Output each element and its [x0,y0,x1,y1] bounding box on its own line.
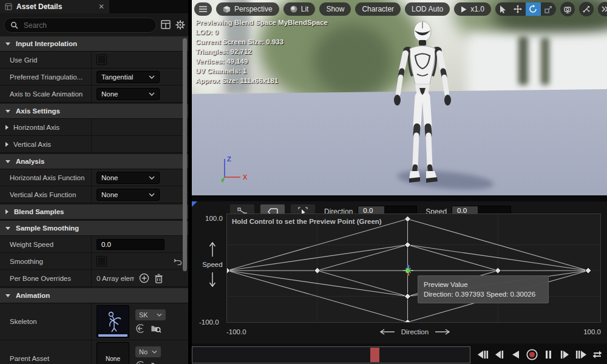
use-selected-asset-icon[interactable] [135,360,146,364]
tab-close-icon[interactable]: ✕ [98,2,104,11]
reset-to-default-icon[interactable] [173,257,182,265]
toolbar-overflow-button[interactable] [598,2,607,16]
blend-sample-node[interactable] [405,216,411,222]
step-backward-button[interactable] [492,348,506,361]
use-selected-asset-icon[interactable] [135,323,146,334]
chevron-down-icon [157,313,162,317]
expand-arrow-icon [5,160,10,163]
axis-scale-animation-dropdown[interactable]: None [97,88,160,100]
axis-gizmo: Z X Y [206,153,250,184]
arrow-left-icon [379,329,395,335]
row-horizontal-axis[interactable]: Horizontal Axis [0,119,188,136]
section-analysis[interactable]: Analysis [0,154,188,169]
go-to-end-button[interactable] [574,348,588,361]
search-box[interactable] [4,18,157,33]
section-axis-settings[interactable]: Axis Settings [0,104,188,119]
transport-controls [476,348,604,361]
stats-line: Previewing Blend Space MyBlendSpace [195,18,328,27]
rotate-icon [529,5,537,13]
blend-sample-node[interactable] [314,268,320,274]
step-forward-button[interactable] [558,348,571,361]
chevron-down-icon [152,350,157,354]
lod-auto-button[interactable]: LOD Auto [405,2,450,16]
record-button[interactable] [525,348,538,361]
add-element-icon[interactable] [139,273,149,283]
smoothing-checkbox[interactable] [97,256,107,266]
character-follow-button[interactable] [579,2,594,16]
browse-to-asset-icon[interactable] [151,323,161,334]
section-blend-samples[interactable]: Blend Samples [0,204,188,220]
preview-point[interactable] [404,265,413,276]
scale-icon [544,5,552,13]
tooltip-title: Preview Value [424,280,543,289]
expand-arrow-icon [5,227,10,230]
parent-asset-class-dropdown[interactable]: No [135,346,161,357]
camera-options-button[interactable] [560,2,575,16]
stats-line: Vertices: 49,149 [195,56,328,66]
y-axis-max-label: 100.0 [205,215,223,222]
y-axis-min-label: -100.0 [199,318,219,326]
double-chevron-right-icon [602,6,607,12]
parent-asset-thumbnail[interactable]: None [97,342,129,364]
blend-sample-node[interactable] [495,268,501,274]
use-grid-checkbox[interactable] [97,55,107,65]
rotate-tool-button[interactable] [526,2,541,16]
blend-sample-node[interactable] [405,242,411,248]
row-vertical-axis[interactable]: Vertical Axis [0,136,188,153]
viewport-menu-button[interactable] [194,2,212,16]
vertical-axis-function-dropdown[interactable]: None [97,189,160,201]
stats-line: LOD: 0 [195,27,328,37]
section-sample-smoothing[interactable]: Sample Smoothing [0,221,188,236]
timeline-track[interactable] [192,346,470,363]
tab-asset-details[interactable]: Asset Details ✕ [0,0,109,13]
blend-sample-node[interactable] [585,268,591,274]
settings-gear-icon[interactable] [175,20,185,30]
tooltip-values: Direction: 0.397393 Speed: 0.30026 [424,289,543,299]
blend-sample-node[interactable] [227,268,230,274]
browse-to-asset-icon[interactable] [151,360,161,364]
stats-line: Current Screen Size: 0.933 [195,37,328,47]
search-input[interactable] [22,21,134,30]
chevron-down-icon [149,75,155,79]
blend-sample-node[interactable] [405,319,411,322]
weight-speed-input[interactable]: 0.0 [97,239,164,250]
lit-mode-button[interactable]: Lit [283,2,316,16]
delete-trash-icon[interactable] [154,274,163,283]
preferred-triangulation-dropdown[interactable]: Tangential [97,71,160,83]
panel-scrollbar[interactable] [183,38,187,271]
scale-tool-button[interactable] [541,2,556,16]
panel-focus-corner [192,201,197,207]
skeleton-thumbnail[interactable] [97,305,129,338]
play-reverse-button[interactable] [509,348,522,361]
property-list: Input Interpolation Use Grid Preferred T… [0,36,188,364]
go-to-front-button[interactable] [476,348,489,361]
column-view-icon[interactable] [161,20,171,29]
move-tool-button[interactable] [510,2,526,16]
go-to-front-icon [477,350,489,359]
select-cursor-icon [500,5,506,13]
timeline-scrubber[interactable] [370,348,379,362]
section-animation[interactable]: Animation [0,288,188,303]
perspective-button[interactable]: Perspective [216,2,279,16]
select-tool-button[interactable] [495,2,510,16]
show-menu-button[interactable]: Show [319,2,351,16]
skeleton-class-dropdown[interactable]: SK [135,309,166,320]
blend-sample-node[interactable] [405,294,411,300]
playback-speed-button[interactable]: x1.0 [454,2,491,16]
preview-viewport[interactable]: Z X Y Perspective [192,0,607,195]
horizontal-axis-function-dropdown[interactable]: None [97,172,160,184]
section-input-interpolation[interactable]: Input Interpolation [0,36,188,52]
character-menu-button[interactable]: Character [355,2,401,16]
play-icon [461,6,467,13]
blendspace-grid[interactable]: Hold Control to set the Preview Point (G… [226,214,601,323]
step-forward-icon [560,350,569,359]
asset-color-strip [98,334,127,337]
loop-button[interactable] [591,348,604,361]
blendspace-editor-window: Asset Details ✕ [0,0,607,364]
expand-arrow-icon [5,110,10,113]
y-axis-title: Speed [202,261,222,268]
pause-button[interactable] [541,348,555,361]
asset-details-icon [5,3,12,10]
x-axis-labels: -100.0 Direction 100.0 [226,328,601,335]
blendspace-graph-panel: Direction 0.0 Speed 0.0 100.0 Speed -1 [192,201,607,343]
